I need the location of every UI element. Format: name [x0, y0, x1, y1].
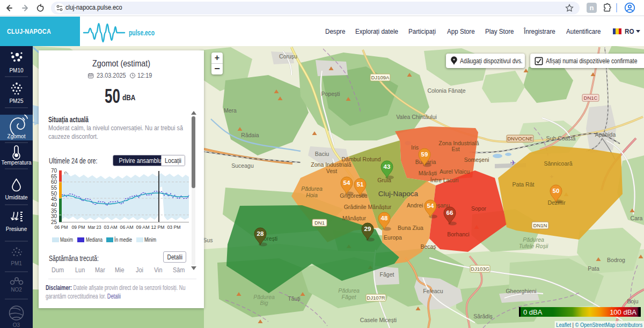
svg-text:Bodrog: Bodrog: [607, 257, 625, 263]
svg-text:55: 55: [51, 185, 57, 191]
svg-text:Valea Chintăului: Valea Chintăului: [396, 114, 437, 120]
svg-text:Zona Industrială: Zona Industrială: [438, 140, 479, 146]
svg-text:Mărăști: Mărăști: [419, 170, 437, 176]
svg-text:Pădurea: Pădurea: [338, 287, 360, 294]
svg-text:DN1C: DN1C: [584, 95, 598, 101]
svg-text:DJ103G: DJ103G: [471, 266, 489, 272]
svg-text:54: 54: [343, 180, 350, 186]
svg-text:Boju: Boju: [627, 298, 638, 304]
svg-text:Gheorghieni: Gheorghieni: [506, 288, 536, 294]
svg-text:Temperatura: Temperatura: [1, 160, 32, 166]
svg-text:Someșeni: Someșeni: [464, 156, 489, 163]
svg-text:54: 54: [427, 203, 434, 209]
svg-text:Mera: Mera: [224, 107, 237, 114]
svg-text:03 AM: 03 AM: [104, 224, 118, 230]
svg-text:Iris: Iris: [411, 144, 419, 151]
svg-text:Sânnicoară: Sânnicoară: [544, 160, 572, 167]
svg-text:Apahida: Apahida: [595, 131, 616, 138]
svg-text:Zona Industrială: Zona Industrială: [311, 161, 351, 168]
svg-text:65: 65: [51, 174, 57, 180]
svg-text:51: 51: [357, 181, 364, 188]
svg-text:Sopor: Sopor: [471, 205, 487, 212]
svg-text:Casele Micești: Casele Micești: [360, 317, 397, 323]
svg-text:Pădurea: Pădurea: [301, 185, 323, 192]
svg-text:DJ109A: DJ109A: [371, 74, 390, 80]
svg-text:Corușu: Corușu: [279, 53, 297, 59]
svg-text:12 PM: 12 PM: [151, 224, 165, 230]
svg-text:DJ107R: DJ107R: [367, 295, 385, 301]
svg-text:29: 29: [364, 226, 371, 232]
svg-text:35: 35: [51, 208, 57, 214]
svg-text:Suceagu: Suceagu: [231, 162, 254, 169]
svg-text:09 PM: 09 PM: [72, 224, 85, 230]
svg-text:59: 59: [421, 151, 428, 158]
svg-text:NO2: NO2: [11, 287, 22, 293]
svg-text:Făget: Făget: [342, 294, 357, 300]
svg-text:50: 50: [553, 188, 560, 194]
svg-text:Buna Ziua: Buna Ziua: [398, 225, 423, 231]
svg-text:Tăuți: Tăuți: [288, 295, 300, 302]
svg-text:Cluj-Napoca: Cluj-Napoca: [378, 190, 419, 198]
svg-text:Minim: Minim: [144, 236, 156, 243]
svg-text:Rădaia: Rădaia: [241, 132, 259, 138]
svg-text:70: 70: [51, 168, 57, 174]
svg-text:Tufele Roșii: Tufele Roșii: [519, 243, 548, 249]
svg-text:Mănăștur: Mănăștur: [342, 215, 366, 221]
svg-text:50: 50: [51, 191, 57, 197]
svg-text:Popești: Popești: [321, 91, 340, 97]
svg-text:30: 30: [51, 213, 57, 219]
svg-text:În medie: În medie: [114, 236, 132, 243]
svg-text:DNVOCNE: DNVOCNE: [507, 136, 533, 141]
svg-text:03 PM: 03 PM: [167, 224, 181, 230]
svg-text:Pata: Pata: [588, 265, 599, 272]
svg-text:45: 45: [51, 196, 57, 202]
svg-text:Becaș: Becaș: [420, 243, 436, 250]
svg-text:Presiune: Presiune: [6, 226, 27, 232]
svg-text:PM10: PM10: [9, 68, 24, 73]
svg-text:Aurel Vlaicu: Aurel Vlaicu: [440, 168, 470, 175]
svg-text:DN1N: DN1N: [533, 222, 547, 228]
svg-text:Europa: Europa: [384, 234, 402, 241]
svg-text:Colonia Fânațe: Colonia Fânațe: [427, 87, 465, 94]
svg-text:DN1: DN1: [314, 220, 325, 226]
svg-text:Mediana: Mediana: [86, 236, 103, 243]
svg-text:06 AM: 06 AM: [120, 224, 134, 230]
svg-text:60: 60: [51, 179, 57, 185]
svg-text:43: 43: [384, 163, 391, 170]
svg-text:66: 66: [447, 210, 453, 216]
svg-text:Grădinile Mănăștur: Grădinile Mănăștur: [344, 204, 392, 210]
svg-text:Umiditate: Umiditate: [5, 195, 28, 200]
svg-text:Zgomot: Zgomot: [8, 133, 26, 139]
svg-text:09 AM: 09 AM: [136, 224, 150, 230]
svg-text:Big: Big: [260, 300, 268, 306]
svg-text:Hoia: Hoia: [306, 192, 318, 198]
svg-text:Baciu: Baciu: [315, 151, 329, 157]
svg-text:Între Lacuri: Între Lacuri: [430, 177, 459, 183]
svg-text:48: 48: [381, 215, 388, 221]
svg-text:O3: O3: [13, 322, 20, 328]
svg-text:Est: Est: [451, 146, 459, 152]
svg-text:Mar 23: Mar 23: [88, 224, 101, 230]
svg-text:Cara: Cara: [631, 215, 643, 221]
svg-text:Sub Coastă: Sub Coastă: [546, 135, 576, 141]
svg-text:40: 40: [51, 202, 57, 208]
svg-text:Făget: Făget: [380, 271, 394, 278]
svg-text:Borhanci: Borhanci: [447, 231, 469, 237]
svg-text:Feleacu: Feleacu: [423, 288, 443, 294]
svg-text:PM25: PM25: [9, 98, 24, 104]
svg-text:06 PM: 06 PM: [55, 224, 68, 230]
svg-text:pulse.eco: pulse.eco: [129, 28, 155, 37]
svg-text:PM1: PM1: [11, 260, 22, 266]
svg-text:Sărădiș: Sărădiș: [473, 313, 493, 319]
svg-text:28: 28: [257, 230, 264, 237]
svg-text:Maxim: Maxim: [60, 236, 73, 243]
svg-text:Pata Rât: Pata Rât: [513, 181, 535, 188]
svg-text:Pădurea: Pădurea: [523, 236, 544, 243]
svg-text:Vest: Vest: [326, 168, 338, 174]
